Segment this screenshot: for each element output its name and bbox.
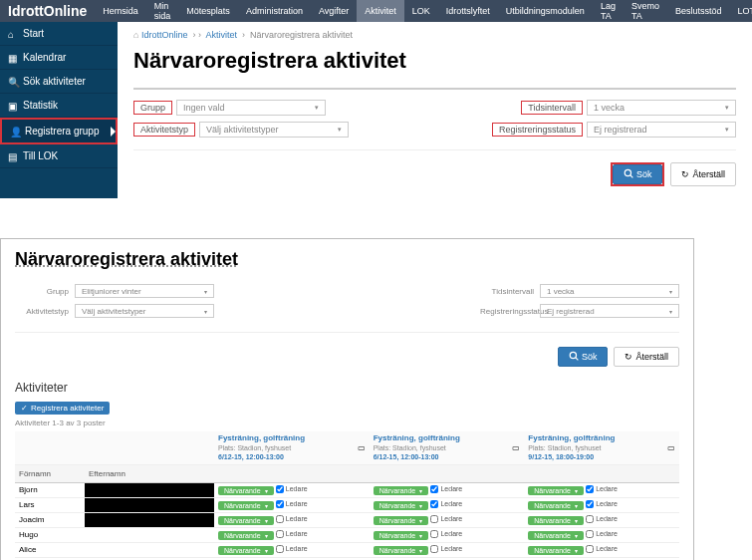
topnav-administration[interactable]: Administration — [238, 0, 311, 22]
sidebar-icon: 🔍 — [8, 77, 18, 87]
p2-registreringsstatus-label: Registreringsstatus — [480, 307, 540, 316]
ledare-checkbox[interactable] — [586, 530, 594, 538]
collapse-icon[interactable]: ▭ — [667, 443, 675, 452]
sidebar-item-till-lok[interactable]: ▤Till LOK — [0, 144, 118, 168]
sidebar-icon: ▣ — [8, 101, 18, 111]
session-header-1: Fysträning, golfträning Plats: Stadion, … — [214, 431, 354, 464]
table-row: LarsNärvarande LedareNärvarande LedareNä… — [15, 497, 679, 512]
sidebar-icon: ⌂ — [8, 29, 18, 39]
breadcrumb-section[interactable]: Aktivitet — [205, 30, 237, 40]
attendance-select[interactable]: Närvarande — [374, 501, 429, 510]
p2-registreringsstatus-select[interactable]: Ej registrerad — [540, 304, 679, 318]
reset-icon: ↻ — [625, 352, 632, 362]
attendance-select[interactable]: Närvarande — [528, 486, 584, 495]
attendance-select[interactable]: Närvarande — [218, 501, 274, 510]
ledare-checkbox[interactable] — [430, 515, 438, 523]
aterstall-button[interactable]: ↻ Återställ — [670, 162, 736, 186]
result-title: Närvaroregistrera aktivitet — [15, 249, 679, 270]
topnav-beslutsstöd[interactable]: Beslutsstöd — [667, 0, 730, 22]
topnav-utbildningsmodulen[interactable]: Utbildningsmodulen — [498, 0, 593, 22]
person-fornamn: Hugo — [15, 527, 85, 542]
breadcrumb-home[interactable]: IdrottOnline — [141, 30, 188, 40]
topnav-avgifter[interactable]: Avgifter — [311, 0, 357, 22]
ledare-checkbox[interactable] — [430, 485, 438, 493]
ledare-checkbox[interactable] — [586, 515, 594, 523]
aktivitetstyp-select[interactable]: Välj aktivitetstyper — [199, 122, 349, 138]
ledare-checkbox[interactable] — [586, 545, 594, 553]
attendance-select[interactable]: Närvarande — [218, 546, 274, 555]
svg-point-0 — [625, 169, 630, 175]
p2-aterstall-button[interactable]: ↻ Återställ — [614, 347, 679, 367]
sidebar-item-start[interactable]: ⌂Start — [0, 22, 118, 46]
sidebar-item-sök-aktiviteter[interactable]: 🔍Sök aktiviteter — [0, 70, 118, 94]
collapse-icon[interactable]: ▭ — [512, 443, 520, 452]
svg-point-2 — [570, 352, 576, 358]
p2-sok-button[interactable]: Sök — [558, 347, 609, 367]
tidsintervall-select[interactable]: 1 vecka — [587, 100, 736, 116]
topnav-lots[interactable]: LOTS — [729, 0, 752, 22]
attendance-select[interactable]: Närvarande — [218, 516, 274, 525]
svg-line-1 — [630, 175, 633, 178]
attendance-select[interactable]: Närvarande — [218, 531, 274, 540]
attendance-select[interactable]: Närvarande — [528, 531, 584, 540]
session-header-2: Fysträning, golfträning Plats: Stadion, … — [370, 431, 509, 464]
sok-button[interactable]: Sök — [613, 164, 663, 184]
attendance-select[interactable]: Närvarande — [374, 546, 429, 555]
topnav-min sida[interactable]: Min sida — [146, 0, 179, 22]
registreringsstatus-label: Registreringsstatus — [492, 123, 583, 137]
ledare-checkbox[interactable] — [430, 500, 438, 508]
topnav-svemo ta[interactable]: Svemo TA — [624, 0, 667, 22]
sidebar-icon: 👤 — [10, 127, 20, 137]
collapse-icon[interactable]: ▭ — [358, 443, 366, 452]
sidebar-item-registrera-grupp[interactable]: 👤Registrera grupp — [0, 118, 118, 144]
p2-aktivitetstyp-label: Aktivitetstyp — [15, 307, 75, 316]
ledare-checkbox[interactable] — [430, 545, 438, 553]
ledare-checkbox[interactable] — [276, 530, 284, 538]
attendance-select[interactable]: Närvarande — [374, 516, 429, 525]
attendance-select[interactable]: Närvarande — [528, 501, 584, 510]
reset-icon: ↻ — [681, 169, 689, 179]
table-row: HugoNärvarande LedareNärvarande LedareNä… — [15, 527, 679, 542]
sidebar: ⌂Start▦Kalendrar🔍Sök aktiviteter▣Statist… — [0, 22, 118, 198]
topnav-mötesplats[interactable]: Mötesplats — [178, 0, 238, 22]
attendance-select[interactable]: Närvarande — [528, 546, 584, 555]
person-fornamn: Joacim — [15, 512, 85, 527]
topnav-lok[interactable]: LOK — [404, 0, 438, 22]
breadcrumb-page: Närvaroregistrera aktivitet — [250, 30, 353, 40]
ledare-checkbox[interactable] — [276, 515, 284, 523]
attendance-select[interactable]: Närvarande — [374, 486, 429, 495]
ledare-checkbox[interactable] — [430, 530, 438, 538]
p2-aktivitetstyp-select[interactable]: Välj aktivitetstyper — [75, 304, 214, 318]
home-icon: ⌂ — [133, 30, 138, 40]
ledare-checkbox[interactable] — [586, 500, 594, 508]
grupp-label: Grupp — [133, 101, 172, 115]
breadcrumb: ⌂ IdrottOnline › › Aktivitet › Närvarore… — [133, 30, 736, 40]
topnav-hemsida[interactable]: Hemsida — [95, 0, 146, 22]
attendance-select[interactable]: Närvarande — [528, 516, 584, 525]
topnav-lag ta[interactable]: Lag TA — [593, 0, 624, 22]
main-content: ⌂ IdrottOnline › › Aktivitet › Närvarore… — [118, 22, 752, 198]
person-fornamn: Lars — [15, 497, 85, 512]
ledare-checkbox[interactable] — [586, 485, 594, 493]
sidebar-icon: ▤ — [8, 151, 18, 161]
aktivitetstyp-label: Aktivitetstyp — [133, 123, 195, 137]
attendance-table: Fysträning, golfträning Plats: Stadion, … — [15, 431, 679, 560]
register-activities-button[interactable]: ✓ Registrera aktiviteter — [15, 402, 110, 415]
sidebar-item-statistik[interactable]: ▣Statistik — [0, 94, 118, 118]
ledare-checkbox[interactable] — [276, 500, 284, 508]
p2-grupp-select[interactable]: Elitjuniorer vinter — [75, 284, 214, 298]
sidebar-item-kalendrar[interactable]: ▦Kalendrar — [0, 46, 118, 70]
grupp-select[interactable]: Ingen vald — [176, 100, 326, 116]
ledare-checkbox[interactable] — [276, 485, 284, 493]
attendance-select[interactable]: Närvarande — [374, 531, 429, 540]
topnav-aktivitet[interactable]: Aktivitet — [357, 0, 404, 22]
attendance-select[interactable]: Närvarande — [218, 486, 274, 495]
col-fornamn: Förnamn — [15, 464, 85, 482]
registreringsstatus-select[interactable]: Ej registrerad — [587, 122, 736, 138]
ledare-checkbox[interactable] — [276, 545, 284, 553]
session-header-3: Fysträning, golfträning Plats: Stadion, … — [524, 431, 663, 464]
p2-tidsintervall-select[interactable]: 1 vecka — [540, 284, 679, 298]
table-row: AliceNärvarande LedareNärvarande LedareN… — [15, 542, 679, 557]
topnav-idrottslyftet[interactable]: Idrottslyftet — [438, 0, 498, 22]
search-icon — [624, 168, 633, 180]
